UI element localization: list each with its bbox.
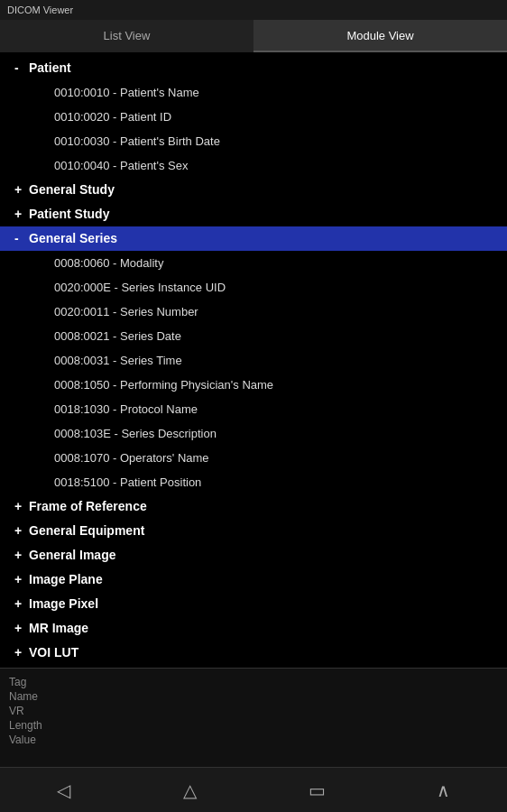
tree-item-general-study[interactable]: +General Study	[0, 178, 507, 202]
tree-item-general-image[interactable]: +General Image	[0, 543, 507, 567]
info-row-name: Name	[9, 690, 498, 703]
tree-label: General Image	[29, 546, 116, 565]
tree-prefix: -	[14, 59, 23, 78]
tab-list-view[interactable]: List View	[0, 20, 254, 52]
tree-item-general-series[interactable]: -General Series	[0, 226, 507, 251]
tree-item-series-description[interactable]: 0008:103E - Series Description	[0, 421, 507, 446]
tree-item-performing-physician[interactable]: 0008:1050 - Performing Physician's Name	[0, 373, 507, 397]
tree-label: 0010:0040 - Patient's Sex	[47, 157, 188, 175]
tree-prefix: +	[14, 521, 23, 540]
tree-label: VOI LUT	[29, 643, 78, 662]
tree-item-patient-position[interactable]: 0018:5100 - Patient Position	[0, 470, 507, 494]
tree-item-patient-sex[interactable]: 0010:0040 - Patient's Sex	[0, 153, 507, 178]
tree-prefix: +	[14, 497, 23, 516]
tree-prefix: +	[14, 595, 23, 614]
tree-prefix: +	[14, 570, 23, 589]
tree-prefix: +	[14, 546, 23, 565]
info-panel: TagNameVRLengthValue	[0, 668, 507, 767]
tree-label: Frame of Reference	[29, 497, 147, 516]
tree-label: General Study	[29, 180, 115, 199]
tree-item-patient[interactable]: -Patient	[0, 56, 507, 80]
tree-item-mr-image[interactable]: +MR Image	[0, 616, 507, 641]
tree-item-series-number[interactable]: 0020:0011 - Series Number	[0, 300, 507, 324]
tab-module-view[interactable]: Module View	[254, 20, 507, 52]
tree-item-image-plane[interactable]: +Image Plane	[0, 567, 507, 592]
recent-button[interactable]: ▭	[299, 772, 335, 808]
tree-label: General Series	[29, 229, 117, 248]
tree-label: Patient Study	[29, 205, 109, 224]
tree-label: 0008:103E - Series Description	[47, 425, 217, 443]
tree-label: 0010:0020 - Patient ID	[47, 108, 171, 126]
app-title: DICOM Viewer	[7, 5, 73, 15]
tree-label: 0018:1030 - Protocol Name	[47, 401, 198, 419]
tree-content[interactable]: -Patient 0010:0010 - Patient's Name 0010…	[0, 52, 507, 668]
tree-prefix: +	[14, 619, 23, 638]
tree-label: 0018:5100 - Patient Position	[47, 474, 201, 492]
info-label: Value	[9, 734, 63, 746]
tree-prefix: +	[14, 205, 23, 224]
info-label: Length	[9, 719, 63, 732]
tree-label: Image Plane	[29, 570, 103, 589]
tree-item-patient-birth-date[interactable]: 0010:0030 - Patient's Birth Date	[0, 129, 507, 153]
tree-label: 0020:0011 - Series Number	[47, 303, 198, 321]
tree-label: 0010:0030 - Patient's Birth Date	[47, 133, 220, 151]
tree-label: 0008:0031 - Series Time	[47, 352, 182, 370]
tree-prefix: +	[14, 180, 23, 199]
tree-label: 0020:000E - Series Instance UID	[47, 279, 226, 297]
tree-label: 0010:0010 - Patient's Name	[47, 84, 199, 102]
home-button[interactable]: △	[172, 772, 208, 808]
back-button[interactable]: ◁	[45, 772, 81, 808]
tree-item-series-date[interactable]: 0008:0021 - Series Date	[0, 324, 507, 348]
tree-item-series-time[interactable]: 0008:0031 - Series Time	[0, 348, 507, 373]
info-row-tag: Tag	[9, 676, 498, 688]
tree-label: MR Image	[29, 619, 88, 638]
tree-item-frame-of-reference[interactable]: +Frame of Reference	[0, 494, 507, 519]
info-row-length: Length	[9, 719, 498, 732]
tree-label: 0008:1050 - Performing Physician's Name	[47, 376, 273, 394]
info-label: VR	[9, 705, 63, 717]
info-label: Name	[9, 690, 63, 703]
tree-prefix: +	[14, 643, 23, 662]
info-row-value: Value	[9, 734, 498, 746]
info-label: Tag	[9, 676, 63, 688]
tree-label: General Equipment	[29, 521, 144, 540]
tree-label: 0008:0021 - Series Date	[47, 328, 181, 346]
tree-label: Patient	[29, 59, 71, 78]
tree-item-general-equipment[interactable]: +General Equipment	[0, 519, 507, 543]
nav-bar: ◁ △ ▭ ∧	[0, 767, 507, 812]
tree-label: 0008:0060 - Modality	[47, 254, 163, 272]
info-row-vr: VR	[9, 705, 498, 717]
tree-item-patient-name[interactable]: 0010:0010 - Patient's Name	[0, 80, 507, 105]
up-button[interactable]: ∧	[426, 772, 462, 808]
tree-item-voi-lut[interactable]: +VOI LUT	[0, 641, 507, 665]
title-bar: DICOM Viewer	[0, 0, 507, 20]
tree-prefix: -	[14, 229, 23, 248]
tree-label: Image Pixel	[29, 595, 98, 614]
tree-item-protocol-name[interactable]: 0018:1030 - Protocol Name	[0, 397, 507, 421]
tree-item-modality[interactable]: 0008:0060 - Modality	[0, 251, 507, 275]
tree-item-patient-study[interactable]: +Patient Study	[0, 202, 507, 226]
tree-item-operators-name[interactable]: 0008:1070 - Operators' Name	[0, 446, 507, 470]
tree-label: 0008:1070 - Operators' Name	[47, 449, 209, 467]
tab-bar: List View Module View	[0, 20, 507, 52]
tree-item-image-pixel[interactable]: +Image Pixel	[0, 592, 507, 616]
tree-item-series-instance-uid[interactable]: 0020:000E - Series Instance UID	[0, 275, 507, 300]
tree-item-patient-id[interactable]: 0010:0020 - Patient ID	[0, 105, 507, 129]
